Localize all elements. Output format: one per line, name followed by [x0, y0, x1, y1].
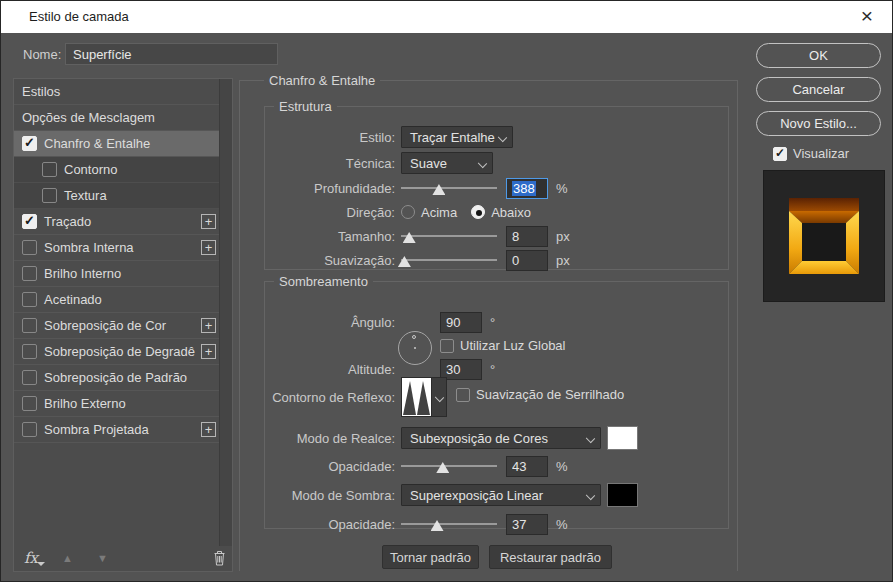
- soften-input[interactable]: [506, 250, 548, 271]
- sidebar-item-opcoes-de-mesclagem[interactable]: Opções de Mesclagem: [14, 105, 220, 131]
- style-preview-thumbnail: [763, 170, 885, 302]
- gloss-contour-picker[interactable]: [401, 377, 447, 417]
- shading-group: Sombreamento Ângulo: ° Utilizar Luz Glob…: [264, 274, 729, 529]
- depth-slider[interactable]: [401, 177, 497, 199]
- make-default-button[interactable]: Tornar padrão: [382, 545, 479, 569]
- antialias-option: Suavização de Serrilhado: [456, 387, 624, 402]
- sidebar-item-brilho-externo[interactable]: Brilho Externo: [14, 391, 220, 417]
- sidebar-item-sobreposicao-de-padrao[interactable]: Sobreposição de Padrão: [14, 365, 220, 391]
- bevel-emboss-panel: Chanfro & Entalhe Estrutura Estilo: Traç…: [239, 73, 738, 571]
- slider-thumb[interactable]: [398, 256, 411, 267]
- highlight-mode-dropdown[interactable]: Subexposição de Cores: [401, 427, 601, 449]
- sub-items-block: Contorno Textura: [14, 157, 220, 209]
- technique-dropdown[interactable]: Suave: [401, 152, 493, 174]
- cancel-button[interactable]: Cancelar: [756, 77, 881, 102]
- antialias-checkbox[interactable]: [456, 388, 470, 402]
- sidebar-item-sombra-interna[interactable]: Sombra Interna +: [14, 235, 220, 261]
- name-label: Nome:: [23, 47, 61, 62]
- sidebar-item-sobreposicao-de-degrade[interactable]: Sobreposição de Degradê +: [14, 339, 220, 365]
- new-style-button[interactable]: Novo Estilo...: [756, 111, 881, 136]
- add-instance-icon[interactable]: +: [201, 214, 216, 229]
- checkbox-unchecked[interactable]: [22, 370, 37, 385]
- direction-down-radio[interactable]: [471, 205, 485, 219]
- soften-slider[interactable]: [401, 249, 497, 271]
- add-instance-icon[interactable]: +: [201, 318, 216, 333]
- sidebar-item-brilho-interno[interactable]: Brilho Interno: [14, 261, 220, 287]
- fx-menu-icon[interactable]: fx: [24, 549, 38, 567]
- slider-thumb[interactable]: [403, 232, 416, 243]
- chevron-down-icon: [435, 393, 444, 402]
- structure-group: Estrutura Estilo: Traçar Entalhe Técnica…: [264, 99, 729, 270]
- technique-row: Técnica: Suave: [265, 152, 724, 174]
- close-icon[interactable]: ×: [854, 3, 880, 29]
- angle-row: Ângulo: °: [265, 311, 724, 333]
- shadow-mode-dropdown[interactable]: Superexposição Linear: [401, 484, 601, 506]
- sidebar-item-sobreposicao-de-cor[interactable]: Sobreposição de Cor +: [14, 313, 220, 339]
- direction-row: Direção: Acima Abaixo: [265, 201, 724, 223]
- style-dropdown[interactable]: Traçar Entalhe: [401, 126, 513, 148]
- sidebar-scrollbar[interactable]: [219, 79, 232, 546]
- global-light-checkbox[interactable]: [440, 339, 454, 353]
- checkbox-unchecked[interactable]: [22, 318, 37, 333]
- styles-list: Estilos Opções de Mesclagem ✓ Chanfro & …: [14, 79, 220, 443]
- angle-input[interactable]: [440, 312, 482, 333]
- shadow-opacity-input[interactable]: [506, 514, 548, 535]
- shadow-opacity-slider[interactable]: [401, 513, 497, 535]
- checkbox-unchecked[interactable]: [22, 344, 37, 359]
- move-up-icon[interactable]: ▲: [62, 552, 73, 564]
- layer-style-dialog: Estilo de camada × Nome: Estilos Opções …: [0, 0, 893, 582]
- sidebar-item-sombra-projetada[interactable]: Sombra Projetada +: [14, 417, 220, 443]
- checkbox-unchecked[interactable]: [22, 422, 37, 437]
- dial-center-dot: [414, 347, 416, 349]
- dial-angle-dot: [412, 335, 416, 339]
- checkbox-checked-icon[interactable]: ✓: [22, 214, 37, 229]
- sidebar-item-tracado[interactable]: ✓ Traçado +: [14, 209, 220, 235]
- sidebar-item-textura[interactable]: Textura: [14, 183, 220, 209]
- preview-checkbox[interactable]: ✓: [773, 147, 787, 161]
- delete-effect-icon[interactable]: [212, 550, 227, 569]
- name-input[interactable]: [65, 43, 278, 65]
- checkbox-unchecked[interactable]: [22, 240, 37, 255]
- checkbox-unchecked[interactable]: [42, 188, 57, 203]
- style-row: Estilo: Traçar Entalhe: [265, 126, 724, 148]
- contour-thumbnail-icon: [402, 378, 431, 416]
- slider-thumb[interactable]: [431, 520, 444, 531]
- checkbox-unchecked[interactable]: [22, 396, 37, 411]
- global-light-option: Utilizar Luz Global: [440, 338, 566, 353]
- checkbox-unchecked[interactable]: [42, 162, 57, 177]
- shadow-color-swatch[interactable]: [607, 483, 638, 507]
- contour-dropdown[interactable]: [431, 378, 446, 416]
- slider-thumb[interactable]: [432, 184, 445, 195]
- chevron-down-icon: [498, 133, 507, 142]
- highlight-opacity-input[interactable]: [506, 456, 548, 477]
- preview-option: ✓ Visualizar: [773, 146, 849, 161]
- checkbox-unchecked[interactable]: [22, 266, 37, 281]
- size-slider[interactable]: [401, 225, 497, 247]
- styles-sidebar: Estilos Opções de Mesclagem ✓ Chanfro & …: [13, 78, 233, 572]
- sidebar-item-chanfro-entalhe[interactable]: ✓ Chanfro & Entalhe: [14, 131, 220, 157]
- chevron-down-icon: [586, 434, 595, 443]
- checkbox-checked-icon[interactable]: ✓: [22, 136, 37, 151]
- sidebar-item-acetinado[interactable]: Acetinado: [14, 287, 220, 313]
- add-instance-icon[interactable]: +: [201, 344, 216, 359]
- add-instance-icon[interactable]: +: [201, 422, 216, 437]
- sidebar-footer: fx ▲ ▼: [14, 545, 232, 571]
- checkbox-unchecked[interactable]: [22, 292, 37, 307]
- highlight-opacity-slider[interactable]: [401, 455, 497, 477]
- soften-row: Suavização: px: [265, 249, 724, 271]
- size-input[interactable]: [506, 226, 548, 247]
- add-instance-icon[interactable]: +: [201, 240, 216, 255]
- depth-row: Profundidade: 388 %: [265, 177, 724, 199]
- ok-button[interactable]: OK: [756, 43, 881, 68]
- shadow-opacity-row: Opacidade: %: [265, 513, 724, 535]
- depth-input[interactable]: 388: [506, 178, 548, 199]
- direction-up-radio[interactable]: [401, 205, 415, 219]
- highlight-color-swatch[interactable]: [607, 426, 638, 450]
- reset-default-button[interactable]: Restaurar padrão: [489, 545, 612, 569]
- slider-thumb[interactable]: [436, 462, 449, 473]
- shadow-mode-row: Modo de Sombra: Superexposição Linear: [265, 483, 724, 507]
- sidebar-item-contorno[interactable]: Contorno: [14, 157, 220, 183]
- chevron-down-icon: [586, 491, 595, 500]
- move-down-icon[interactable]: ▼: [97, 552, 108, 564]
- sidebar-item-estilos[interactable]: Estilos: [14, 79, 220, 105]
